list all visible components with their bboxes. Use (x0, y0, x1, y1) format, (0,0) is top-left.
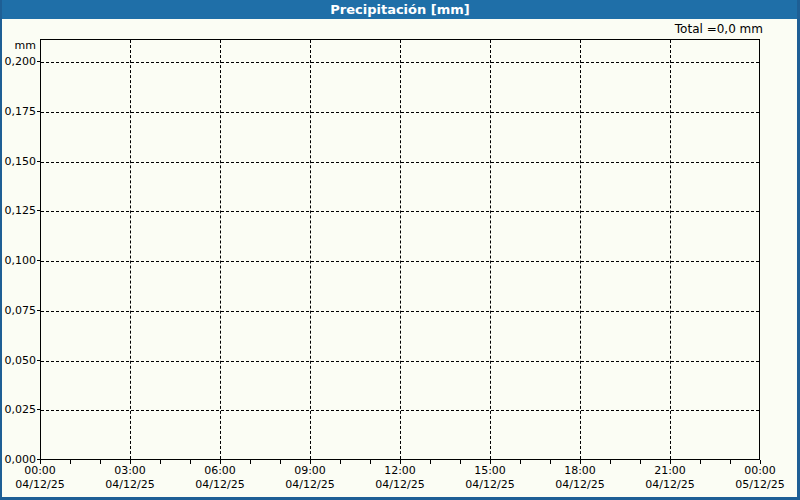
h-gridline (41, 112, 759, 113)
x-minor-tick (610, 460, 611, 464)
h-gridline (41, 311, 759, 312)
x-minor-tick (310, 460, 311, 464)
x-minor-tick (490, 460, 491, 464)
gridline-layer (41, 40, 759, 459)
x-time-label: 06:00 (183, 464, 257, 477)
x-date-label: 04/12/25 (3, 478, 77, 491)
x-time-label: 09:00 (273, 464, 347, 477)
x-date-label: 04/12/25 (543, 478, 617, 491)
y-tick-label: 0,175 (2, 105, 36, 118)
h-gridline (41, 261, 759, 262)
x-minor-tick (220, 460, 221, 464)
x-minor-tick (370, 460, 371, 464)
x-minor-tick (40, 460, 41, 464)
x-date-label: 04/12/25 (183, 478, 257, 491)
y-tick-label: 0,125 (2, 204, 36, 217)
x-minor-tick (760, 460, 761, 464)
x-minor-tick (160, 460, 161, 464)
v-gridline (400, 40, 401, 459)
x-minor-tick (550, 460, 551, 464)
x-minor-tick (190, 460, 191, 464)
h-gridline (41, 410, 759, 411)
total-label: Total =0,0 mm (2, 22, 763, 36)
x-time-label: 21:00 (633, 464, 707, 477)
x-minor-tick (430, 460, 431, 464)
x-time-label: 00:00 (3, 464, 77, 477)
v-gridline (490, 40, 491, 459)
y-tick-label: 0,100 (2, 254, 36, 267)
y-tick-label: 0,050 (2, 354, 36, 367)
x-minor-tick (700, 460, 701, 464)
h-gridline (41, 361, 759, 362)
y-tick-label: 0,000 (2, 453, 36, 466)
y-tick-label: 0,075 (2, 304, 36, 317)
chart-title-bar: Precipitación [mm] (0, 0, 800, 19)
y-tick-label: 0,025 (2, 403, 36, 416)
x-minor-tick (730, 460, 731, 464)
y-axis-unit-label: mm (2, 39, 36, 52)
v-gridline (670, 40, 671, 459)
x-minor-tick (400, 460, 401, 464)
x-time-label: 03:00 (93, 464, 167, 477)
y-tick-label: 0,200 (2, 55, 36, 68)
x-date-label: 04/12/25 (273, 478, 347, 491)
h-gridline (41, 211, 759, 212)
x-minor-tick (100, 460, 101, 464)
x-minor-tick (340, 460, 341, 464)
x-date-label: 04/12/25 (633, 478, 707, 491)
chart-title: Precipitación [mm] (330, 2, 470, 17)
chart-window: Precipitación [mm] Total =0,0 mm mm 0,20… (0, 0, 800, 500)
v-gridline (220, 40, 221, 459)
x-date-label: 05/12/25 (723, 478, 797, 491)
x-date-label: 04/12/25 (453, 478, 527, 491)
plot-area (40, 39, 760, 460)
v-gridline (130, 40, 131, 459)
x-minor-tick (640, 460, 641, 464)
x-date-label: 04/12/25 (93, 478, 167, 491)
x-time-label: 12:00 (363, 464, 437, 477)
x-minor-tick (580, 460, 581, 464)
x-minor-tick (460, 460, 461, 464)
v-gridline (310, 40, 311, 459)
x-minor-tick (520, 460, 521, 464)
x-minor-tick (250, 460, 251, 464)
x-minor-tick (70, 460, 71, 464)
v-gridline (580, 40, 581, 459)
x-minor-tick (280, 460, 281, 464)
x-minor-tick (130, 460, 131, 464)
x-time-label: 00:00 (723, 464, 797, 477)
h-gridline (41, 62, 759, 63)
x-time-label: 18:00 (543, 464, 617, 477)
x-date-label: 04/12/25 (363, 478, 437, 491)
y-tick-label: 0,150 (2, 155, 36, 168)
h-gridline (41, 162, 759, 163)
x-minor-tick (670, 460, 671, 464)
x-time-label: 15:00 (453, 464, 527, 477)
